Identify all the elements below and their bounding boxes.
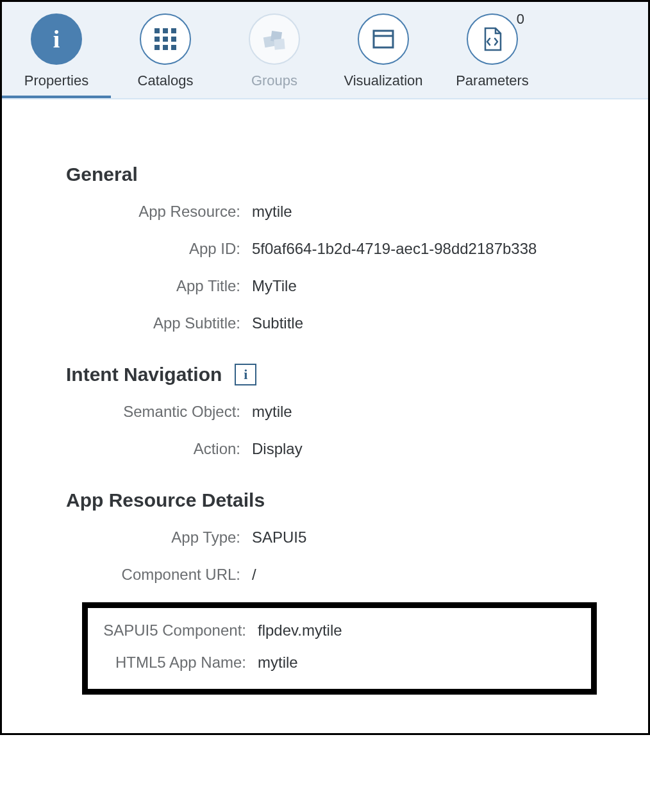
- svg-rect-3: [154, 37, 160, 42]
- tab-bar: i Properties Catalogs: [2, 2, 648, 99]
- section-heading-intent-navigation: Intent Navigation i: [21, 364, 629, 385]
- parameters-badge: 0: [517, 11, 524, 28]
- grid-icon: [140, 13, 191, 65]
- svg-rect-2: [171, 28, 176, 33]
- svg-rect-11: [274, 38, 285, 49]
- field-app-type: App Type: SAPUI5: [21, 528, 629, 547]
- info-icon: i: [31, 13, 82, 65]
- svg-rect-5: [171, 37, 176, 42]
- field-app-id: App ID: 5f0af664-1b2d-4719-aec1-98dd2187…: [21, 239, 629, 258]
- window-icon: [358, 13, 409, 65]
- value-html5-app-name: mytile: [258, 653, 591, 672]
- label-app-subtitle: App Subtitle:: [66, 314, 252, 333]
- label-app-resource: App Resource:: [66, 202, 252, 221]
- groups-icon: [249, 13, 300, 65]
- section-heading-app-resource-details: App Resource Details: [21, 489, 629, 511]
- tab-groups[interactable]: Groups: [220, 13, 329, 98]
- label-app-id: App ID:: [66, 239, 252, 258]
- value-action: Display: [252, 439, 629, 459]
- value-component-url: /: [252, 565, 629, 584]
- svg-rect-0: [154, 28, 160, 33]
- tab-label-visualization: Visualization: [344, 72, 422, 89]
- svg-rect-8: [171, 45, 176, 50]
- value-sapui5-component: flpdev.mytile: [258, 621, 591, 640]
- tab-catalogs[interactable]: Catalogs: [111, 13, 220, 98]
- field-app-title: App Title: MyTile: [21, 276, 629, 296]
- svg-rect-6: [154, 45, 160, 50]
- content-area: General App Resource: mytile App ID: 5f0…: [2, 99, 648, 733]
- field-action: Action: Display: [21, 439, 629, 459]
- field-semantic-object: Semantic Object: mytile: [21, 402, 629, 421]
- svg-rect-1: [163, 28, 168, 33]
- section-heading-general: General: [21, 164, 629, 185]
- tab-label-groups: Groups: [251, 72, 297, 89]
- info-icon-button[interactable]: i: [235, 364, 256, 385]
- tab-visualization[interactable]: Visualization: [329, 13, 438, 98]
- svg-rect-4: [163, 37, 168, 42]
- intent-navigation-title: Intent Navigation: [66, 364, 222, 385]
- field-sapui5-component: SAPUI5 Component: flpdev.mytile: [88, 621, 591, 640]
- code-document-icon: 0: [467, 13, 518, 65]
- tab-parameters[interactable]: 0 Parameters: [438, 13, 547, 98]
- label-sapui5-component: SAPUI5 Component:: [88, 621, 258, 640]
- value-app-subtitle: Subtitle: [252, 314, 629, 333]
- tab-label-properties: Properties: [24, 72, 88, 89]
- tab-label-catalogs: Catalogs: [138, 72, 194, 89]
- value-app-id: 5f0af664-1b2d-4719-aec1-98dd2187b338: [252, 239, 629, 258]
- label-semantic-object: Semantic Object:: [66, 402, 252, 421]
- svg-rect-12: [374, 31, 393, 47]
- label-action: Action:: [66, 439, 252, 459]
- value-app-type: SAPUI5: [252, 528, 629, 547]
- field-app-resource: App Resource: mytile: [21, 202, 629, 221]
- label-app-type: App Type:: [66, 528, 252, 547]
- svg-rect-7: [163, 45, 168, 50]
- field-component-url: Component URL: /: [21, 565, 629, 584]
- tab-label-parameters: Parameters: [456, 72, 529, 89]
- field-app-subtitle: App Subtitle: Subtitle: [21, 314, 629, 333]
- label-app-title: App Title:: [66, 276, 252, 296]
- tab-properties[interactable]: i Properties: [2, 13, 111, 98]
- value-app-title: MyTile: [252, 276, 629, 296]
- label-component-url: Component URL:: [66, 565, 252, 584]
- value-semantic-object: mytile: [252, 402, 629, 421]
- field-html5-app-name: HTML5 App Name: mytile: [88, 653, 591, 672]
- label-html5-app-name: HTML5 App Name:: [88, 653, 258, 672]
- highlighted-fields: SAPUI5 Component: flpdev.mytile HTML5 Ap…: [82, 602, 597, 695]
- value-app-resource: mytile: [252, 202, 629, 221]
